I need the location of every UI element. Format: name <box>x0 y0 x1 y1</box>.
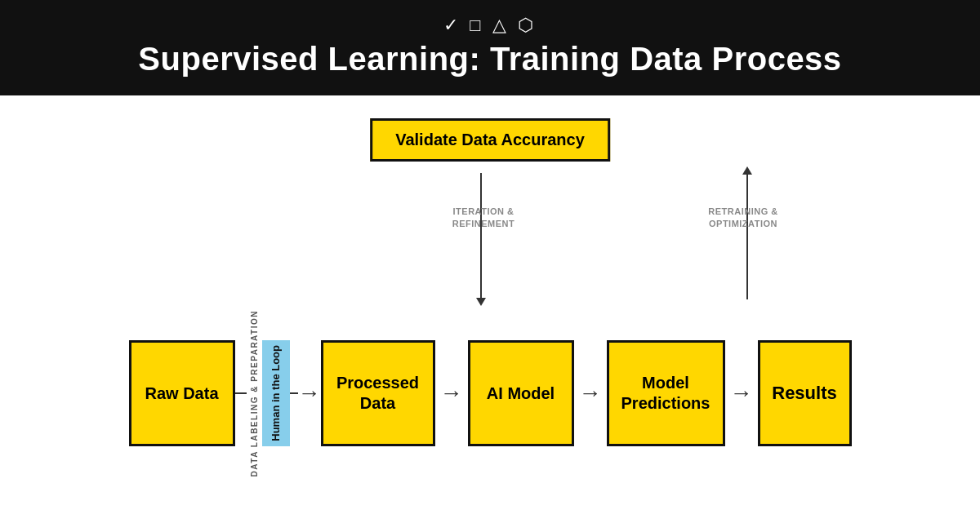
header-icons: ✓ □ △ ⬡ <box>16 15 964 36</box>
retraining-arrow <box>746 173 748 299</box>
processed-data-box: ProcessedData <box>321 340 435 446</box>
page-title: Supervised Learning: Training Data Proce… <box>16 41 964 78</box>
arrow-3: → <box>725 380 758 406</box>
human-loop-label: Human in the Loop <box>270 345 282 441</box>
line-to-arrow <box>290 392 298 394</box>
diagram-area: Validate Data Accurancy ITERATION &REFIN… <box>0 95 980 495</box>
flow-row: Raw Data DATA LABELING & PREPARATION Hum… <box>0 340 980 446</box>
line-after-raw <box>235 392 247 394</box>
raw-data-label: Raw Data <box>145 383 218 404</box>
raw-data-box: Raw Data <box>129 340 235 446</box>
validate-box: Validate Data Accurancy <box>370 118 610 162</box>
results-label: Results <box>772 382 836 405</box>
human-loop-box: Human in the Loop <box>262 340 290 446</box>
ai-model-box: AI Model <box>468 340 574 446</box>
iteration-arrow <box>480 173 482 299</box>
arrow-2: → <box>574 380 607 406</box>
validate-label: Validate Data Accurancy <box>395 131 585 148</box>
results-box: Results <box>758 340 852 446</box>
retraining-label: RETRAINING &OPTIMIZATION <box>698 206 788 231</box>
header: ✓ □ △ ⬡ Supervised Learning: Training Da… <box>0 0 980 95</box>
model-predictions-box: ModelPredictions <box>607 340 725 446</box>
ai-model-label: AI Model <box>487 383 555 404</box>
processed-data-label: ProcessedData <box>336 373 419 414</box>
arrow-1: → <box>435 380 468 406</box>
data-labeling-label: DATA LABELING & PREPARATION <box>247 310 262 476</box>
labeling-section: DATA LABELING & PREPARATION Human in the… <box>235 340 321 446</box>
model-predictions-label: ModelPredictions <box>621 373 710 414</box>
iteration-label: ITERATION &REFINEMENT <box>447 206 520 231</box>
labeling-arrow-right: → <box>298 382 321 405</box>
